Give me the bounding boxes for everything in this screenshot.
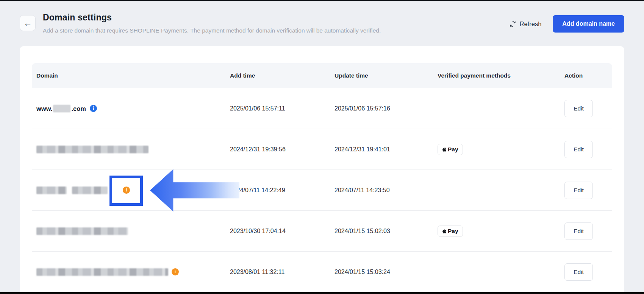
table-header-row: Domain Add time Update time Verified pay… (32, 63, 612, 88)
update-time-cell: 2025/01/06 15:57:16 (330, 105, 433, 112)
edit-button[interactable]: Edit (564, 182, 593, 199)
redacted-domain-segment (53, 105, 70, 112)
domain-text: www..com (36, 105, 86, 112)
table-row: i 2023/08/01 11:32:11 2024/01/15 15:03:2… (32, 252, 612, 292)
apple-pay-label: Pay (448, 228, 458, 235)
warning-icon[interactable]: i (172, 268, 179, 275)
redacted-domain (36, 146, 148, 153)
update-time-cell: 2024/12/31 19:41:01 (330, 146, 433, 153)
column-header-domain: Domain (32, 72, 225, 79)
page-title: Domain settings (43, 12, 112, 23)
domain-cell: i (32, 268, 225, 276)
arrow-left-icon: ← (23, 19, 32, 28)
domains-table: Domain Add time Update time Verified pay… (32, 63, 612, 292)
table-row: 2023/10/30 17:04:14 2024/01/15 15:02:03 … (32, 211, 612, 252)
info-icon[interactable]: i (90, 105, 97, 112)
domain-settings-page: ← Domain settings Add a store domain tha… (0, 0, 644, 294)
domain-cell: i (32, 187, 225, 194)
add-time-cell: 2023/10/30 17:04:14 (225, 228, 330, 235)
update-time-cell: 2024/01/15 15:03:24 (330, 269, 433, 275)
edit-button[interactable]: Edit (564, 263, 593, 281)
apple-logo-icon (442, 229, 447, 234)
domain-cell (32, 146, 225, 153)
add-time-cell: 2025/01/06 15:57:11 (225, 105, 330, 112)
warning-icon[interactable]: i (123, 187, 130, 194)
redacted-domain (36, 268, 168, 276)
update-time-cell: 2024/07/11 14:23:50 (330, 187, 433, 194)
refresh-label: Refresh (520, 20, 542, 28)
redacted-domain-segment (36, 187, 67, 194)
column-header-action: Action (560, 72, 612, 79)
column-header-update-time: Update time (330, 72, 433, 79)
table-row: www..com i 2025/01/06 15:57:11 2025/01/0… (32, 88, 612, 129)
add-domain-name-button[interactable]: Add domain name (553, 15, 624, 33)
refresh-button[interactable]: Refresh (509, 20, 542, 28)
header-actions: Refresh Add domain name (509, 15, 624, 33)
domain-cell: www..com i (32, 105, 225, 112)
column-header-add-time: Add time (225, 72, 330, 79)
add-time-cell: 2023/08/01 11:32:11 (225, 269, 330, 275)
page-subtitle: Add a store domain that requires SHOPLIN… (43, 27, 381, 34)
payment-methods-cell: Pay (433, 226, 560, 237)
table-row: 2024/12/31 19:39:56 2024/12/31 19:41:01 … (32, 129, 612, 170)
refresh-icon (509, 20, 516, 28)
apple-pay-badge: Pay (438, 144, 463, 155)
table-card: Domain Add time Update time Verified pay… (20, 46, 624, 292)
redacted-domain (36, 227, 128, 235)
edit-button[interactable]: Edit (564, 100, 593, 117)
column-header-verified-payment-methods: Verified payment methods (433, 72, 560, 79)
edit-button[interactable]: Edit (564, 141, 593, 158)
update-time-cell: 2024/01/15 15:02:03 (330, 228, 433, 235)
table-row: i 2024/07/11 14:22:49 2024/07/11 14:23:5… (32, 170, 612, 211)
domain-cell (32, 227, 225, 235)
redacted-domain-segment (72, 187, 108, 194)
payment-methods-cell: Pay (433, 144, 560, 155)
apple-pay-badge: Pay (438, 226, 463, 237)
back-button[interactable]: ← (20, 15, 36, 31)
edit-button[interactable]: Edit (564, 222, 593, 240)
add-time-cell: 2024/12/31 19:39:56 (225, 146, 330, 153)
add-time-cell: 2024/07/11 14:22:49 (225, 187, 330, 194)
apple-logo-icon (442, 147, 447, 152)
apple-pay-label: Pay (448, 146, 458, 153)
